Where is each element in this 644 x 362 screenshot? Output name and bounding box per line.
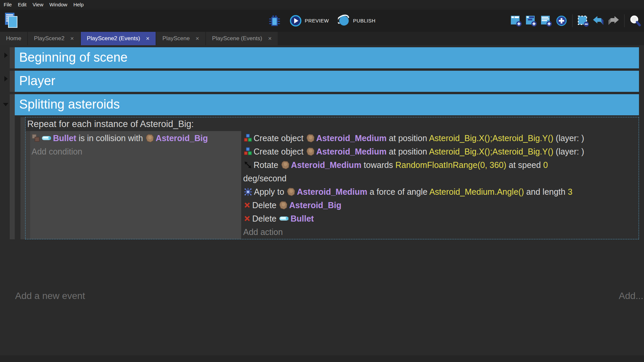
tab[interactable]: Home ✕	[0, 32, 27, 45]
text-segment: Asteroid_Medium	[316, 133, 387, 143]
event-group-bar[interactable]: Splitting asteroids	[15, 94, 639, 115]
add-condition-button[interactable]: Add condition	[32, 145, 240, 158]
text-segment: Bullet	[53, 133, 76, 143]
text-segment: Asteroid_Medium.Angle()	[429, 187, 524, 196]
action-row[interactable]: Rotate Asteroid_Medium towards RandomFlo…	[243, 158, 637, 185]
menu-item[interactable]: File	[1, 0, 15, 9]
publish-button[interactable]: PUBLISH	[353, 18, 375, 23]
asteroid-icon	[287, 187, 296, 196]
text-segment: (layer: )	[553, 133, 584, 143]
add-more-button[interactable]: Add...	[619, 291, 643, 301]
text-segment: a force of angle	[367, 187, 429, 196]
bottom-band	[0, 355, 644, 362]
text-segment: and length	[524, 187, 568, 196]
event-gutter[interactable]	[10, 47, 15, 68]
action-row[interactable]: Create object Asteroid_Medium at positio…	[243, 145, 637, 158]
add-action-button[interactable]: Add action	[243, 225, 637, 239]
text-segment: Asteroid_Medium	[291, 160, 362, 170]
text-segment: at speed	[506, 160, 543, 170]
text-segment: Rotate	[254, 160, 281, 170]
tab[interactable]: PlayScene (Events) ✕	[206, 32, 278, 45]
events-sheet: Beginning of scene Player Splitting aste…	[0, 45, 644, 355]
force-icon	[244, 187, 253, 196]
tab-label: PlayScene (Events)	[212, 35, 262, 42]
menu-item[interactable]: Window	[46, 0, 70, 9]
menu-item[interactable]: Edit	[15, 0, 30, 9]
menu-item[interactable]: View	[30, 0, 46, 9]
text-segment: at position	[386, 133, 429, 143]
add-event-icon[interactable]	[510, 15, 522, 27]
tab-bar: Home ✕ PlayScene2 ✕ PlayScene2 (Events) …	[0, 32, 644, 45]
event-gutter[interactable]	[20, 117, 25, 239]
collapse-arrow-icon[interactable]	[4, 76, 8, 81]
tab-label: PlayScene	[162, 35, 190, 42]
text-segment: Asteroid_Medium	[297, 187, 367, 196]
asteroid-icon	[146, 134, 154, 143]
toolbar-right	[510, 9, 641, 32]
toolbar: PREVIEW PUBLISH	[0, 9, 644, 32]
add-subevent-icon[interactable]	[525, 15, 537, 27]
debugger-icon[interactable]	[269, 15, 281, 27]
tab-close-icon[interactable]: ✕	[268, 36, 272, 41]
text-segment: Create object	[254, 147, 306, 156]
condition-row[interactable]: Bullet is in collision with Asteroid_Big	[32, 131, 240, 145]
rotate-icon	[244, 161, 252, 169]
tab[interactable]: PlayScene2 ✕	[28, 32, 80, 45]
preview-play-icon[interactable]	[290, 15, 302, 27]
delete-icon	[244, 201, 251, 209]
text-segment: Delete	[252, 214, 279, 223]
text-segment: Bullet	[290, 214, 314, 223]
tab-label: PlayScene2	[34, 35, 64, 42]
action-row[interactable]: Delete Bullet	[243, 212, 637, 225]
add-circle-icon[interactable]	[555, 15, 568, 27]
text-segment: at position	[386, 147, 429, 156]
tab-close-icon[interactable]: ✕	[196, 36, 200, 41]
add-new-event-button[interactable]: Add a new event	[15, 291, 85, 301]
toolbar-icon[interactable]	[624, 14, 625, 27]
preview-button[interactable]: PREVIEW	[305, 18, 329, 23]
toolbar-icon[interactable]	[572, 14, 573, 27]
redo-icon[interactable]	[607, 15, 620, 27]
event-gutter[interactable]	[10, 94, 15, 239]
asteroid-icon	[281, 161, 290, 170]
delete-selection-icon[interactable]	[577, 15, 589, 27]
publish-globe-icon[interactable]	[338, 15, 350, 27]
text-segment: Asteroid_Big	[289, 200, 341, 210]
action-row[interactable]: Delete Asteroid_Big	[243, 198, 637, 212]
text-segment: 3	[568, 187, 573, 196]
repeat-event-header[interactable]: Repeat for each instance of Asteroid_Big…	[25, 117, 639, 131]
event-gutter[interactable]	[10, 71, 15, 92]
action-row[interactable]: Create object Asteroid_Medium at positio…	[243, 131, 637, 145]
text-segment: Delete	[252, 200, 279, 210]
asteroid-icon	[279, 201, 288, 210]
tab-label: PlayScene2 (Events)	[87, 35, 140, 42]
delete-icon	[244, 215, 251, 222]
text-segment: Asteroid_Big.X();Asteroid_Big.Y()	[429, 147, 553, 156]
search-icon[interactable]	[629, 15, 641, 27]
create-icon	[244, 147, 252, 156]
repeat-event[interactable]: Repeat for each instance of Asteroid_Big…	[25, 117, 639, 239]
tab-close-icon[interactable]: ✕	[146, 36, 150, 41]
collapse-arrow-icon[interactable]	[4, 53, 8, 58]
text-segment: Asteroid_Medium	[316, 147, 387, 156]
event-gutter[interactable]	[25, 131, 30, 239]
event-group-bar[interactable]: Beginning of scene	[15, 47, 639, 68]
tab[interactable]: PlayScene2 (Events) ✕	[81, 32, 156, 45]
menu-item[interactable]: Help	[70, 0, 87, 9]
tab[interactable]: PlayScene ✕	[156, 32, 205, 45]
tab-close-icon[interactable]: ✕	[70, 36, 74, 41]
create-icon	[244, 134, 252, 142]
text-segment: is in collision with	[76, 133, 145, 143]
project-manager-icon[interactable]	[3, 12, 18, 28]
text-segment: Create object	[254, 133, 306, 143]
conditions-cell: Bullet is in collision with Asteroid_Big…	[30, 131, 241, 239]
collision-icon	[32, 134, 40, 142]
event-group-bar[interactable]: Player	[15, 71, 639, 92]
action-row[interactable]: Apply to Asteroid_Medium a force of angl…	[243, 185, 637, 198]
undo-icon[interactable]	[592, 15, 604, 27]
bullet-icon	[279, 216, 289, 221]
text-segment: Apply to	[254, 187, 286, 196]
collapse-arrow-icon[interactable]	[3, 103, 8, 106]
asteroid-icon	[306, 147, 315, 156]
add-comment-icon[interactable]	[540, 15, 552, 27]
